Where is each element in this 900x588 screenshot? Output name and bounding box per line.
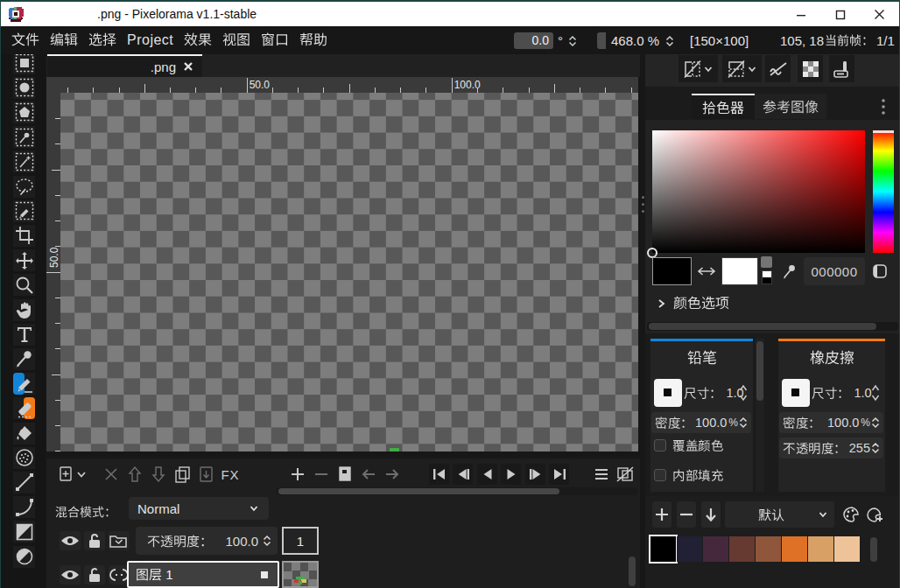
eraser-brush-button[interactable] — [782, 379, 810, 407]
polygon-select-tool-button[interactable] — [13, 102, 35, 123]
add-color-button[interactable] — [652, 501, 671, 528]
onion-skinning-button[interactable] — [615, 463, 636, 486]
project-tab[interactable]: .png — [47, 54, 202, 77]
layer-fx-button[interactable]: FX — [220, 463, 241, 486]
eraser-opacity-spinbox[interactable]: 255 — [779, 438, 883, 458]
timeline-settings-button[interactable] — [591, 463, 612, 486]
color-shape-button[interactable] — [868, 258, 891, 284]
rotation-spinner-icon[interactable] — [567, 32, 578, 49]
pencil-brush-button[interactable] — [654, 379, 682, 407]
color-options-expander[interactable] — [656, 293, 729, 314]
pencil-panel-scrollbar[interactable] — [756, 339, 764, 492]
eraser-density-spinner-icon[interactable] — [870, 416, 881, 430]
rotation-spinbox[interactable]: 0.0 — [514, 32, 553, 49]
delete-layer-button[interactable] — [102, 463, 121, 486]
move-frame-left-button[interactable] — [359, 463, 378, 486]
hue-slider[interactable] — [873, 130, 894, 253]
vertical-mirror-button[interactable] — [722, 55, 762, 82]
remove-color-button[interactable] — [677, 501, 696, 528]
close-button[interactable] — [860, 2, 899, 27]
add-frame-button[interactable] — [288, 463, 307, 486]
alpha-lock-button[interactable] — [829, 55, 854, 82]
rectangle-select-tool-button[interactable] — [13, 54, 35, 74]
canvas-viewport[interactable]: 50.0100.0 50.0 — [46, 77, 638, 452]
fill-inside-checkbox[interactable] — [654, 468, 723, 482]
palette-swatch[interactable] — [703, 536, 728, 562]
paint-select-tool-button[interactable] — [13, 200, 35, 222]
zoom-tool-button[interactable] — [13, 274, 35, 296]
ellipse-select-tool-button[interactable] — [13, 77, 35, 99]
zoom-slider-fill[interactable] — [597, 32, 606, 49]
default-colors-button[interactable] — [762, 270, 772, 284]
add-layer-button[interactable] — [55, 463, 89, 486]
vertical-ruler[interactable]: 50.0 — [46, 77, 60, 452]
shading-tool-button[interactable] — [13, 447, 35, 469]
palette-swatch[interactable] — [650, 536, 676, 562]
palette-swatch[interactable] — [834, 536, 860, 562]
pencil-density-spinner-icon[interactable] — [738, 416, 749, 430]
panel-menu-icon[interactable] — [878, 98, 889, 117]
merge-layer-button[interactable] — [197, 463, 216, 486]
zoom-spinner-icon[interactable] — [664, 32, 675, 49]
remove-frame-button[interactable] — [312, 463, 331, 486]
pixel-perfect-button[interactable] — [765, 55, 791, 82]
text-tool-button[interactable] — [13, 324, 35, 346]
next-frame-button[interactable] — [525, 464, 545, 485]
menu-project[interactable]: Project — [127, 32, 173, 48]
left-tool-color-swatch[interactable] — [652, 257, 692, 285]
eyedropper-button[interactable] — [777, 258, 800, 284]
cel-thumbnail[interactable] — [282, 561, 319, 588]
eraser-size-spinner-icon[interactable] — [869, 381, 882, 405]
ellipse-tool-button[interactable] — [13, 546, 35, 568]
magic-wand-tool-button[interactable] — [13, 150, 35, 172]
play-backwards-button[interactable] — [477, 464, 497, 485]
menu-help[interactable] — [299, 32, 327, 48]
move-layer-down-button[interactable] — [149, 463, 168, 486]
bucket-tool-button[interactable] — [13, 423, 35, 444]
timeline-horizontal-scrollbar[interactable] — [277, 487, 637, 495]
layer-visibility-header-button[interactable] — [60, 531, 81, 550]
timeline-vertical-scrollbar-thumb[interactable] — [629, 556, 636, 586]
rectangle-tool-button[interactable] — [13, 521, 35, 542]
hue-handle[interactable] — [873, 130, 894, 133]
eraser-opacity-spinner-icon[interactable] — [870, 441, 881, 455]
clone-frame-button[interactable] — [335, 463, 355, 486]
palette-scrollbar[interactable] — [869, 536, 878, 588]
color-select-tool-button[interactable] — [13, 126, 35, 148]
title-bar[interactable]: .png - Pixelorama v1.1-stable — [0, 0, 900, 26]
tab-reference-images[interactable] — [755, 94, 826, 119]
minimize-button[interactable] — [781, 2, 820, 27]
pencil-size-spinner-icon[interactable] — [737, 381, 749, 405]
crop-tool-button[interactable] — [13, 225, 35, 247]
palette-swatch[interactable] — [808, 536, 833, 562]
pencil-panel-scrollbar-thumb[interactable] — [756, 341, 763, 401]
layer-name-field[interactable]: 1 — [127, 561, 279, 588]
go-to-last-frame-button[interactable] — [549, 464, 569, 485]
layer-group-header-button[interactable] — [109, 531, 130, 550]
swap-colors-button[interactable] — [695, 260, 717, 283]
layer1-lock-button[interactable] — [84, 565, 105, 584]
tab-close-icon[interactable] — [182, 60, 194, 73]
line-tool-button[interactable] — [13, 472, 35, 494]
overwrite-color-checkbox[interactable] — [654, 438, 723, 452]
layer-lock-header-button[interactable] — [84, 531, 105, 550]
menu-view[interactable] — [222, 32, 250, 48]
move-layer-up-button[interactable] — [125, 463, 144, 486]
transparent-background-button[interactable] — [798, 55, 823, 82]
maximize-button[interactable] — [820, 2, 860, 27]
go-to-first-frame-button[interactable] — [429, 464, 449, 485]
zoom-value[interactable]: 468.0 % — [611, 26, 659, 54]
layer1-visibility-button[interactable] — [60, 565, 81, 584]
previous-frame-button[interactable] — [453, 464, 473, 485]
palette-swatch[interactable] — [756, 536, 781, 562]
picker-horizontal-scrollbar[interactable] — [647, 322, 898, 331]
lasso-tool-button[interactable] — [13, 176, 35, 198]
palette-swatch[interactable] — [782, 536, 807, 562]
hex-color-field[interactable]: 000000 — [804, 257, 865, 285]
splitter-grabber[interactable] — [642, 196, 644, 215]
palette-swatch[interactable] — [677, 536, 702, 562]
picker-horizontal-scrollbar-thumb[interactable] — [649, 323, 876, 330]
play-forward-button[interactable] — [501, 464, 521, 485]
menu-effects[interactable] — [184, 32, 212, 48]
pencil-tool-button[interactable] — [13, 373, 35, 395]
